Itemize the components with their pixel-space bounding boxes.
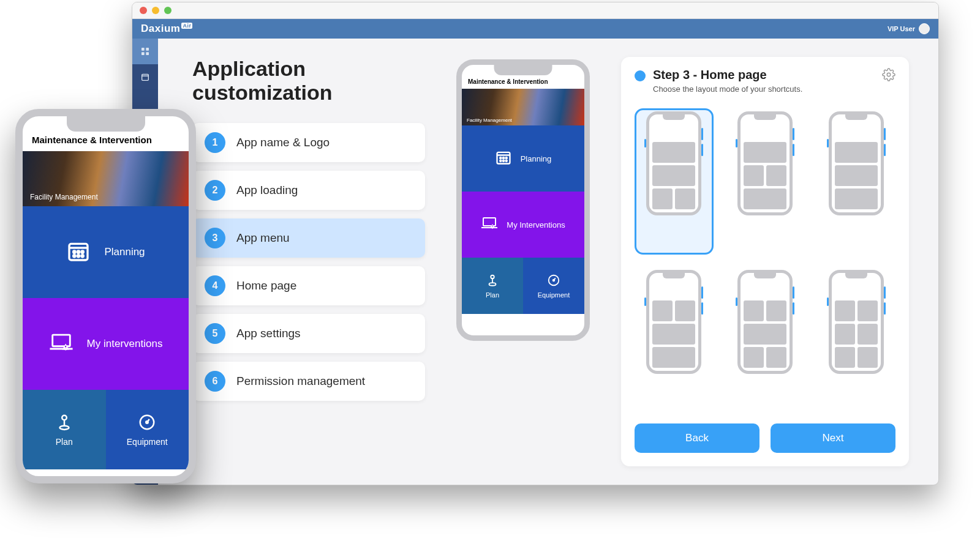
phone-preview: Maintenance & Intervention Facility Mana… [456, 59, 590, 341]
svg-point-8 [500, 157, 501, 159]
nav-grid-icon[interactable] [132, 39, 158, 64]
window-close-icon[interactable] [140, 7, 147, 14]
large-phone-tile-half[interactable]: Plan [23, 390, 106, 469]
step-label: Permission management [236, 375, 365, 388]
window-minimize-icon[interactable] [152, 7, 159, 14]
page-title: Application customization [192, 57, 425, 105]
layout-options-grid [635, 108, 895, 412]
gauge-icon [547, 274, 560, 288]
svg-rect-14 [483, 218, 496, 226]
preview-tile-half[interactable]: Plan [462, 258, 523, 314]
large-phone-mockup: Maintenance & Intervention Facility Mana… [15, 109, 196, 483]
svg-point-12 [503, 160, 504, 162]
svg-rect-4 [142, 74, 149, 80]
svg-point-37 [62, 415, 67, 420]
preview-tile[interactable]: Planning [462, 125, 584, 192]
brand-logo: DaxiumAir [141, 23, 192, 35]
layout-mini-phone-icon [829, 270, 884, 374]
phone-preview-column: Maintenance & Intervention Facility Mana… [450, 57, 597, 466]
preview-tile-label: Equipment [538, 291, 570, 299]
svg-point-27 [74, 251, 75, 253]
nav-calendar-icon[interactable] [132, 64, 158, 90]
pin-icon [486, 274, 499, 288]
calendar-icon [66, 239, 91, 266]
laptop-warn-icon [49, 330, 74, 358]
svg-point-20 [489, 283, 496, 286]
step-label: App name & Logo [236, 136, 330, 149]
large-phone-tile-label: My interventions [87, 338, 163, 350]
window-maximize-icon[interactable] [164, 7, 172, 14]
svg-point-39 [59, 425, 69, 429]
svg-point-42 [146, 421, 149, 423]
user-menu[interactable]: VIP User [888, 23, 930, 34]
large-phone-tile-half[interactable]: Equipment [106, 390, 189, 469]
large-phone-tile-label: Equipment [127, 437, 168, 447]
svg-point-11 [500, 160, 501, 162]
step-number-badge: 4 [205, 275, 225, 296]
step-number-badge: 1 [205, 132, 225, 153]
layout-option-1[interactable] [635, 108, 714, 255]
phone-notch-icon [67, 116, 145, 132]
preview-tile-half[interactable]: Equipment [523, 258, 584, 314]
svg-point-29 [81, 251, 83, 253]
layout-option-3[interactable] [816, 108, 895, 255]
step-card-2[interactable]: 2App loading [192, 171, 425, 210]
svg-rect-0 [141, 48, 145, 51]
step-label: App menu [236, 231, 290, 245]
gauge-icon [138, 413, 156, 433]
next-button[interactable]: Next [771, 423, 895, 453]
layout-option-4[interactable] [635, 267, 714, 413]
gear-icon[interactable] [882, 68, 895, 84]
avatar-icon [919, 23, 930, 34]
svg-point-10 [505, 157, 507, 159]
step-card-5[interactable]: 5App settings [192, 314, 425, 353]
svg-rect-2 [141, 52, 145, 55]
back-button[interactable]: Back [635, 423, 760, 453]
layout-mini-phone-icon [646, 111, 701, 215]
svg-point-18 [491, 275, 494, 278]
svg-point-23 [553, 279, 555, 281]
preview-tile[interactable]: My Interventions [462, 192, 584, 258]
step-label: App loading [236, 184, 298, 197]
preview-banner-label: Facility Management [467, 117, 512, 123]
layout-option-2[interactable] [726, 108, 805, 255]
step-card-4[interactable]: 4Home page [192, 266, 425, 305]
large-phone-tile[interactable]: My interventions [23, 298, 189, 390]
wizard-step-bullet-icon [635, 70, 646, 81]
step-number-badge: 5 [205, 323, 225, 344]
preview-tile-label: Planning [521, 154, 552, 163]
preview-tile-label: Plan [486, 291, 499, 299]
laptop-warn-icon [481, 215, 498, 234]
large-phone-tile[interactable]: Planning [23, 206, 189, 298]
step-card-6[interactable]: 6Permission management [192, 362, 425, 401]
layout-mini-phone-icon [646, 270, 701, 374]
step-card-1[interactable]: 1App name & Logo [192, 123, 425, 162]
step-label: App settings [236, 327, 301, 340]
app-window: DaxiumAir VIP User Application customiza… [132, 2, 939, 485]
svg-point-17 [492, 227, 493, 228]
svg-point-9 [503, 157, 504, 159]
app-topbar: DaxiumAir VIP User [132, 19, 938, 39]
preview-banner: Facility Management [462, 89, 584, 125]
svg-point-31 [78, 255, 80, 256]
layout-option-6[interactable] [816, 267, 895, 413]
wizard-title: Step 3 - Home page [653, 68, 802, 82]
svg-rect-1 [146, 48, 149, 51]
large-phone-tile-label: Planning [104, 246, 145, 258]
layout-mini-phone-icon [829, 111, 884, 215]
layout-mini-phone-icon [737, 111, 793, 215]
phone-notch-icon [494, 64, 552, 75]
step-label: Home page [236, 279, 296, 293]
step-number-badge: 6 [205, 371, 225, 392]
step-number-badge: 3 [205, 228, 225, 248]
layout-option-5[interactable] [726, 267, 805, 413]
svg-point-24 [887, 73, 891, 76]
wizard-subtitle: Choose the layout mode of your shortcuts… [653, 84, 802, 94]
large-phone-tile-label: Plan [56, 437, 73, 447]
main-content: Application customization 1App name & Lo… [158, 39, 938, 485]
step-card-3[interactable]: 3App menu [192, 218, 425, 258]
window-titlebar [132, 2, 938, 19]
large-phone-banner: Facility Management [23, 151, 189, 206]
svg-point-28 [78, 251, 80, 253]
pin-icon [55, 413, 74, 433]
